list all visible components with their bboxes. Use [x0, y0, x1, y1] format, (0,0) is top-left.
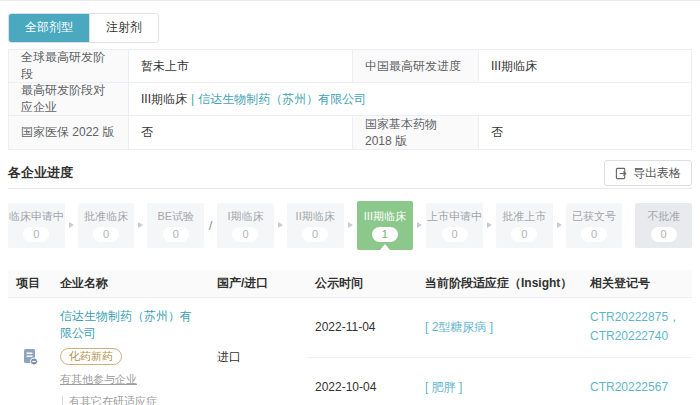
stage-phase1[interactable]: I期临床0 [217, 203, 274, 248]
export-table-button[interactable]: 导出表格 [604, 160, 692, 186]
slash-separator: / [204, 218, 217, 233]
header-registration: 相关登记号 [582, 275, 692, 292]
stage-count: 0 [232, 227, 258, 242]
stage-license-obtained[interactable]: 已获文号0 [566, 203, 623, 248]
header-origin: 国产/进口 [209, 275, 307, 292]
tab-all-dosage-forms[interactable]: 全部剂型 [9, 14, 89, 42]
summary-value-global-stage: 暂未上市 [129, 50, 353, 83]
stage-count: 0 [302, 227, 328, 242]
dosage-form-tabs: 全部剂型 注射剂 [8, 13, 159, 43]
stage-clinical-approved[interactable]: 批准临床0 [78, 203, 135, 248]
stage-phase2[interactable]: II期临床0 [287, 203, 344, 248]
export-icon [615, 167, 628, 180]
stage-market-approved[interactable]: 批准上市0 [496, 203, 553, 248]
header-indication: 当前阶段适应症（Insight） [417, 275, 582, 292]
stage-count: 0 [442, 227, 468, 242]
registration-links[interactable]: CTR20222567 [590, 378, 692, 397]
stage-be-trial[interactable]: BE试验0 [147, 203, 204, 248]
other-indications-link[interactable]: 有其它在研适应症 [69, 394, 157, 405]
header-company: 企业名称 [52, 275, 209, 292]
stage-count: 0 [23, 227, 49, 242]
indication-cell: [ 肥胖 ] [417, 379, 582, 396]
export-button-label: 导出表格 [633, 165, 681, 182]
stage-not-approved[interactable]: 不批准0 [635, 203, 692, 248]
tab-injection[interactable]: 注射剂 [89, 14, 158, 42]
arrow-right-icon [134, 222, 147, 228]
stage-count: 0 [163, 227, 189, 242]
publish-date: 2022-10-04 [307, 380, 417, 394]
company-link-summary[interactable]: 信达生物制药（苏州）有限公司 [198, 91, 366, 108]
summary-value-medical-insurance: 否 [129, 116, 353, 149]
summary-value-top-stage-company: III期临床 | 信达生物制药（苏州）有限公司 [129, 83, 691, 116]
origin-cell: 进口 [209, 298, 307, 405]
companies-table: 项目 企业名称 国产/进口 公示时间 当前阶段适应症（Insight） 相关登记… [8, 270, 692, 405]
company-link[interactable]: 信达生物制药（苏州）有限公司 [60, 308, 201, 342]
section-title: 各企业进度 [8, 164, 73, 182]
stage-count: 0 [511, 227, 537, 242]
subrows-group: 2022-11-04 [ 2型糖尿病 ] CTR20222875，CTR2022… [307, 298, 692, 405]
stage-pointer-notch [380, 244, 390, 250]
indication-cell: [ 2型糖尿病 ] [417, 319, 582, 336]
stage-market-applying[interactable]: 上市申请中0 [426, 203, 483, 248]
other-companies-link[interactable]: 有其他参与企业 [60, 372, 201, 387]
stage-count: 0 [581, 227, 607, 242]
stage-pipeline: 临床申请中0 批准临床0 BE试验0 / I期临床0 II期临床0 III期临床… [8, 200, 692, 250]
subrow-2: 2022-10-04 [ 肥胖 ] CTR20222567 [307, 357, 692, 405]
arrow-right-icon [65, 222, 78, 228]
vertical-divider [62, 396, 63, 405]
item-cell [8, 298, 52, 405]
indication-link[interactable]: [ 2型糖尿病 ] [425, 320, 493, 334]
summary-value-essential-drugs: 否 [479, 116, 691, 149]
stage-count: 0 [93, 227, 119, 242]
document-badge-icon[interactable] [20, 347, 40, 367]
stage-clinical-applying[interactable]: 临床申请中0 [8, 203, 65, 248]
summary-value-china-stage: III期临床 [479, 50, 691, 83]
summary-label-medical-insurance: 国家医保 2022 版 [9, 116, 129, 149]
arrow-right-icon [413, 222, 426, 228]
stage-count: 0 [651, 227, 677, 242]
summary-label-china-stage: 中国最高研发进度 [353, 50, 479, 83]
indication-link[interactable]: [ 肥胖 ] [425, 380, 462, 394]
arrow-right-icon [483, 222, 496, 228]
table-header-row: 项目 企业名称 国产/进口 公示时间 当前阶段适应症（Insight） 相关登记… [8, 270, 692, 298]
stage-count: 1 [372, 227, 398, 242]
arrow-right-icon [344, 222, 357, 228]
registration-cell: CTR20222567 [582, 378, 692, 397]
arrow-right-icon [274, 222, 287, 228]
subrow-1: 2022-11-04 [ 2型糖尿病 ] CTR20222875，CTR2022… [307, 298, 692, 357]
company-cell: 信达生物制药（苏州）有限公司 化药新药 有其他参与企业 有其它在研适应症 [52, 298, 209, 405]
summary-label-essential-drugs: 国家基本药物 2018 版 [353, 116, 479, 149]
stage-phase3-active[interactable]: III期临床1 [357, 201, 414, 250]
header-item: 项目 [8, 275, 52, 292]
registration-cell: CTR20222875，CTR20222740 [582, 308, 692, 346]
summary-table: 全球最高研发阶段 暂未上市 中国最高研发进度 III期临床 最高研发阶段对应企业… [8, 49, 692, 150]
publish-date: 2022-11-04 [307, 320, 417, 334]
summary-label-global-stage: 全球最高研发阶段 [9, 50, 129, 83]
table-row: 信达生物制药（苏州）有限公司 化药新药 有其他参与企业 有其它在研适应症 进口 … [8, 298, 692, 405]
company-progress-section-header: 各企业进度 导出表格 [8, 158, 692, 189]
pipe-separator: | [191, 92, 194, 106]
drug-type-badge: 化药新药 [60, 348, 122, 365]
summary-label-top-stage-company: 最高研发阶段对应企业 [9, 83, 129, 116]
arrow-right-icon [553, 222, 566, 228]
drug-detail-page: 全部剂型 注射剂 全球最高研发阶段 暂未上市 中国最高研发进度 III期临床 最… [0, 0, 700, 405]
registration-links[interactable]: CTR20222875，CTR20222740 [590, 308, 692, 346]
header-publish-date: 公示时间 [307, 275, 417, 292]
stage-prefix: III期临床 [141, 91, 187, 108]
